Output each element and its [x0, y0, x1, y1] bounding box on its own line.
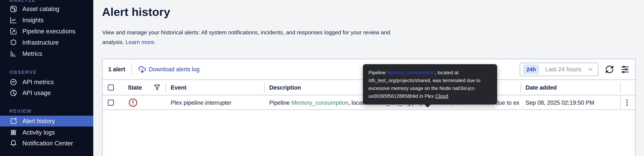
bar-chart-icon	[10, 50, 17, 58]
sidebar-item-label: API metrics	[22, 78, 54, 86]
sidebar-item-label: Insights	[22, 16, 44, 24]
cell-date-added: Sep 08, 2025 02:19:50 PM	[526, 100, 594, 106]
app-window: ANALYZE Asset catalog Insights Pipeline …	[0, 0, 644, 156]
column-header-description: Description	[269, 84, 301, 91]
sidebar-item-infrastructure[interactable]: Infrastructure	[0, 37, 93, 48]
cell-description-prefix: Pipeline	[269, 100, 292, 106]
sidebar-item-label: Pipeline executions	[22, 28, 75, 35]
time-range-select[interactable]: 24h Last 24 hours	[520, 63, 598, 76]
column-divider	[620, 97, 621, 108]
column-header-state: State	[128, 84, 142, 91]
sidebar-item-alert-history[interactable]: Alert history	[0, 116, 93, 126]
filter-funnel-icon[interactable]	[153, 84, 161, 92]
sidebar-item-label: Asset catalog	[22, 6, 59, 12]
sidebar-item-label: API usage	[22, 90, 51, 96]
download-alerts-log-label: Download alerts log	[149, 66, 200, 73]
atom-icon	[10, 129, 17, 136]
page-description: View and manage your historical alerts: …	[102, 28, 404, 47]
tooltip-text-prefix: Pipeline	[368, 70, 387, 76]
sliders-icon	[620, 65, 630, 74]
download-alerts-log-button[interactable]: Download alerts log	[138, 65, 200, 74]
section-label-review: REVIEW	[9, 108, 32, 114]
refresh-button[interactable]	[605, 65, 614, 74]
sidebar-item-label: Notification Center	[22, 140, 73, 147]
sidebar-item-label: Metrics	[22, 50, 42, 57]
time-range-label: Last 24 hours	[545, 66, 581, 73]
kebab-menu-icon	[622, 98, 632, 107]
pipeline-link[interactable]: Memory_consumption	[292, 100, 348, 106]
column-header-date-added: Date added	[526, 84, 557, 91]
time-range-badge: 24h	[523, 64, 539, 74]
column-divider	[264, 83, 264, 92]
sidebar-item-api-usage[interactable]: API usage	[0, 87, 93, 98]
sidebar-item-asset-catalog[interactable]: Asset catalog	[0, 3, 93, 14]
tooltip-pipeline-link[interactable]: Memory_consumption	[387, 70, 435, 76]
bell-icon	[10, 140, 17, 147]
error-circle-icon	[128, 98, 138, 108]
sidebar-item-metrics[interactable]: Metrics	[0, 48, 93, 59]
tooltip-cloud-link[interactable]: Cloud	[436, 93, 448, 99]
tooltip-text-suffix: .	[448, 93, 449, 99]
select-all-checkbox[interactable]	[108, 84, 114, 90]
section-label-analyze: ANALYZE	[9, 0, 36, 3]
alert-count: 1 alert	[108, 66, 125, 73]
cell-event: Plex pipeline interrupter	[171, 100, 232, 106]
refresh-icon	[605, 65, 614, 74]
sidebar-item-label: Activity logs	[22, 129, 55, 136]
sidebar: ANALYZE Asset catalog Insights Pipeline …	[0, 0, 93, 156]
sidebar-item-api-metrics[interactable]: API metrics	[0, 76, 93, 88]
activity-circle-icon	[10, 78, 17, 86]
toolbar-right-controls: 24h Last 24 hours	[520, 59, 630, 80]
table-settings-button[interactable]	[620, 65, 630, 74]
sidebar-item-insights[interactable]: Insights	[0, 14, 93, 26]
asset-catalog-icon	[10, 5, 17, 13]
column-header-event: Event	[171, 84, 186, 91]
page-title: Alert history	[102, 5, 170, 18]
toolbar-divider	[131, 63, 132, 76]
row-checkbox[interactable]	[108, 100, 114, 106]
pie-chart-icon	[10, 89, 17, 97]
pipeline-arrow-icon	[10, 28, 17, 35]
sidebar-item-activity-logs[interactable]: Activity logs	[0, 127, 93, 138]
row-actions-button[interactable]	[622, 98, 632, 107]
card-dot-icon	[10, 117, 17, 125]
sidebar-item-pipeline-executions[interactable]: Pipeline executions	[0, 26, 93, 37]
sidebar-item-label: Alert history	[22, 118, 55, 125]
chevron-down-icon	[587, 66, 594, 72]
column-divider	[620, 83, 621, 92]
sidebar-item-notification-center[interactable]: Notification Center	[0, 138, 93, 149]
cloud-download-icon	[138, 65, 146, 74]
line-chart-icon	[10, 16, 17, 24]
hexagon-icon	[10, 39, 17, 46]
column-divider	[520, 83, 521, 92]
section-label-observe: OBSERVE	[9, 70, 37, 75]
learn-more-link[interactable]: Learn more.	[126, 39, 156, 45]
description-tooltip: Pipeline Memory_consumption, located at …	[363, 64, 497, 104]
sidebar-item-label: Infrastructure	[22, 39, 58, 46]
column-divider	[166, 83, 166, 92]
